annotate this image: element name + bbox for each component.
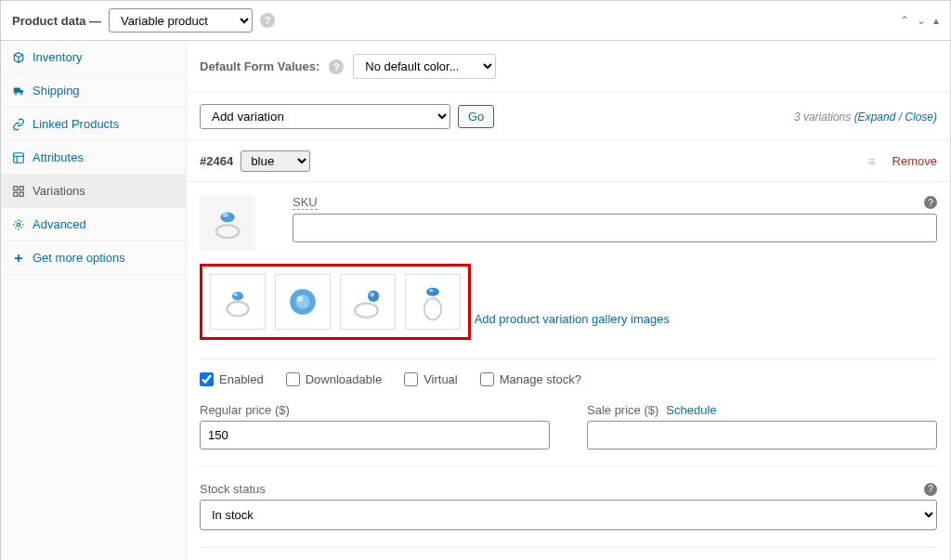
sidebar-item-label: Shipping [33,84,80,98]
svg-point-7 [17,223,20,227]
remove-link[interactable]: Remove [892,154,937,168]
svg-point-22 [429,289,434,292]
svg-point-19 [370,293,374,297]
sidebar-item-attributes[interactable]: Attributes [1,141,186,175]
svg-point-17 [355,304,378,318]
variation-id: #2464 [200,154,233,168]
svg-point-10 [223,213,228,217]
ring-image [216,280,259,323]
enabled-checkbox[interactable] [200,372,214,386]
virtual-checkbox-label[interactable]: Virtual [404,372,458,386]
variations-toolbar: Add variation Go 3 variations (Expand / … [187,93,950,141]
inventory-icon [12,51,25,64]
sidebar-item-inventory[interactable]: Inventory [1,41,186,74]
svg-point-8 [216,225,240,238]
panel-down-icon[interactable]: ⌄ [917,14,926,27]
manage-stock-checkbox[interactable] [480,372,494,386]
enabled-checkbox-label[interactable]: Enabled [200,372,264,386]
sku-input[interactable] [293,214,937,242]
sidebar-item-shipping[interactable]: Shipping [1,74,186,108]
panel-header-controls: ⌃ ⌄ ▴ [900,14,939,27]
attributes-icon [12,151,25,164]
panel-up-icon[interactable]: ⌃ [900,14,909,27]
shipping-icon [12,85,25,98]
virtual-checkbox[interactable] [404,372,418,386]
svg-point-1 [20,92,22,94]
default-form-select[interactable]: No default color... [353,54,496,79]
variations-content: Default Form Values: ? No default color.… [187,41,950,560]
stock-status-label: Stock status? [200,482,937,496]
sidebar-item-linked[interactable]: Linked Products [1,108,186,141]
sale-price-input[interactable] [587,421,937,449]
panel-title: Product data — [12,14,101,28]
expand-close-link[interactable]: (Expand / Close) [854,111,937,124]
checkbox-row: Enabled Downloadable Virtual Manage stoc… [200,358,937,386]
variation-color-select[interactable]: blue [241,150,310,172]
help-icon[interactable]: ? [924,483,937,496]
svg-point-11 [228,302,249,316]
gallery-thumb[interactable] [405,274,461,330]
product-type-select[interactable]: Variable product [109,8,253,33]
go-button[interactable]: Go [458,105,494,128]
svg-rect-3 [14,186,18,189]
svg-rect-6 [20,192,23,196]
sidebar-item-label: Linked Products [33,117,119,131]
svg-rect-4 [20,186,23,189]
gallery-highlight-box [200,264,471,340]
svg-point-13 [233,293,238,296]
panel-toggle-icon[interactable]: ▴ [933,14,939,27]
advanced-icon [12,218,25,231]
variation-action-select[interactable]: Add variation [200,104,450,129]
regular-price-label: Regular price ($) [200,403,550,417]
stock-status-select[interactable]: In stock [200,500,937,530]
product-data-sidebar: Inventory Shipping Linked Products Attri… [1,41,187,560]
svg-point-16 [297,296,303,302]
svg-point-20 [424,298,441,319]
gallery-thumb[interactable] [210,274,266,330]
ring-image [206,202,249,244]
sale-price-label: Sale price ($) Schedule [587,403,937,417]
variation-main-thumb[interactable] [200,195,255,251]
sidebar-item-label: Variations [33,184,85,198]
variation-header: #2464 blue ≡ Remove [187,141,950,182]
gallery-thumb[interactable] [340,274,396,330]
help-icon[interactable]: ? [260,13,275,28]
variations-count: 3 variations (Expand / Close) [794,111,937,124]
svg-point-0 [15,92,17,94]
downloadable-checkbox[interactable] [286,372,300,386]
sidebar-item-advanced[interactable]: Advanced [1,208,186,241]
ring-image [281,280,324,323]
help-icon[interactable]: ? [329,59,344,74]
svg-rect-5 [14,192,18,196]
default-form-label: Default Form Values: [200,59,319,73]
sidebar-item-label: Get more options [33,251,125,265]
sidebar-item-label: Advanced [33,217,86,231]
gallery-thumb[interactable] [275,274,331,330]
sidebar-item-label: Inventory [33,50,82,64]
panel-header: Product data — Variable product ? ⌃ ⌄ ▴ [1,1,950,41]
variations-icon [12,185,25,198]
add-gallery-link[interactable]: Add product variation gallery images [475,312,670,326]
svg-point-15 [295,294,309,308]
ring-image [346,280,389,323]
help-icon[interactable]: ? [924,196,937,209]
sidebar-item-label: Attributes [33,150,84,164]
plus-icon [12,252,25,265]
ring-image [411,280,454,323]
default-form-row: Default Form Values: ? No default color.… [187,41,950,93]
link-icon [12,118,25,131]
svg-point-12 [232,292,243,300]
sku-label: SKU ? [293,195,937,210]
drag-handle-icon[interactable]: ≡ [867,154,877,169]
schedule-link[interactable]: Schedule [666,403,716,417]
manage-stock-checkbox-label[interactable]: Manage stock? [480,372,581,386]
sidebar-item-more[interactable]: Get more options [1,241,186,275]
regular-price-input[interactable] [200,421,550,449]
svg-rect-2 [14,152,24,163]
svg-point-21 [426,288,439,296]
sidebar-item-variations[interactable]: Variations [1,175,186,208]
product-data-panel: Product data — Variable product ? ⌃ ⌄ ▴ … [0,0,951,560]
downloadable-checkbox-label[interactable]: Downloadable [286,372,382,386]
